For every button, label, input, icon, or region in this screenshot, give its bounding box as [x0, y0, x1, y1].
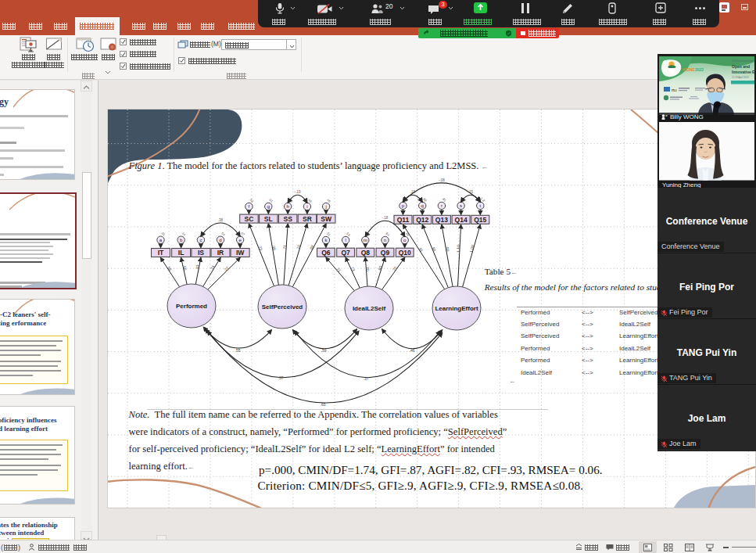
svg-text:.68: .68: [308, 244, 315, 251]
svg-text:Q7: Q7: [341, 249, 350, 257]
svg-text:.74: .74: [209, 264, 216, 271]
svg-text:SR: SR: [303, 215, 312, 223]
svg-text:SL: SL: [264, 215, 273, 223]
svg-text:.91: .91: [417, 246, 425, 253]
svg-text:Q11: Q11: [397, 216, 410, 224]
svg-text:.59: .59: [321, 348, 327, 353]
svg-text:n: n: [384, 238, 386, 242]
svg-text:.27: .27: [223, 265, 230, 272]
svg-text:SelfPerceived: SelfPerceived: [262, 303, 303, 311]
svg-text:.33: .33: [195, 264, 200, 271]
svg-text:Q10: Q10: [399, 249, 411, 257]
svg-text:IL: IL: [178, 249, 185, 257]
svg-text:IdealL2Self: IdealL2Self: [353, 305, 386, 312]
svg-text:-.08: -.08: [439, 178, 445, 182]
svg-text:.37: .37: [278, 375, 284, 380]
svg-text:d: d: [219, 238, 221, 242]
svg-text:21-23 April 2022: 21-23 April 2022: [732, 76, 749, 79]
svg-text:Q15: Q15: [474, 216, 486, 224]
svg-text:.73: .73: [257, 244, 263, 251]
svg-text:i: i: [306, 204, 307, 209]
svg-text:Q6: Q6: [321, 249, 331, 257]
svg-text:ICONE: ICONE: [683, 67, 696, 72]
svg-text:Q8: Q8: [361, 249, 371, 257]
svg-text:.65: .65: [321, 402, 326, 407]
svg-text:j: j: [324, 204, 326, 209]
svg-text:.66: .66: [182, 264, 188, 271]
svg-text:.55: .55: [235, 348, 241, 353]
svg-text:2022 International Conf: 2022 International Conf: [732, 59, 753, 63]
svg-text:IR: IR: [217, 249, 224, 257]
svg-text:q: q: [421, 203, 424, 208]
svg-text:c: c: [199, 238, 202, 242]
svg-text:.08: .08: [271, 245, 277, 251]
svg-text:m: m: [364, 238, 367, 242]
svg-text:.73: .73: [349, 265, 356, 272]
svg-text:IW: IW: [236, 249, 245, 257]
svg-text:.56: .56: [166, 264, 173, 271]
svg-text:.70: .70: [391, 265, 398, 272]
svg-text:Q12: Q12: [416, 216, 428, 224]
svg-text:-.19: -.19: [295, 190, 301, 194]
svg-text:Open and: Open and: [732, 64, 750, 69]
svg-text:LearningEffort: LearningEffort: [435, 305, 478, 312]
svg-text:1.09: 1.09: [468, 244, 475, 253]
svg-text:.91: .91: [431, 246, 437, 253]
svg-text:.37: .37: [364, 376, 369, 381]
svg-text:h: h: [287, 204, 289, 209]
svg-text:s: s: [460, 203, 462, 208]
svg-text:1.10: 1.10: [456, 245, 461, 253]
svg-text:2022: 2022: [695, 67, 704, 72]
svg-text:Performed: Performed: [176, 303, 207, 310]
svg-text:Q13: Q13: [435, 216, 448, 224]
svg-text:Q9: Q9: [381, 249, 390, 257]
svg-text:IT: IT: [158, 249, 164, 257]
svg-text:.46: .46: [410, 348, 415, 353]
svg-text:.70: .70: [365, 265, 370, 271]
svg-text:SS: SS: [284, 215, 293, 223]
svg-text:.90: .90: [445, 246, 450, 252]
svg-text:IS: IS: [198, 249, 204, 257]
svg-text:l: l: [345, 238, 346, 242]
svg-text:g: g: [267, 204, 270, 209]
svg-text:.71: .71: [335, 266, 342, 273]
svg-text:ITLI: ITLI: [672, 89, 676, 92]
svg-text:.38: .38: [218, 218, 224, 222]
svg-text:SC: SC: [244, 215, 253, 223]
svg-text:Q14: Q14: [455, 216, 468, 224]
svg-text:r: r: [441, 203, 442, 208]
svg-text:Innovative Ed: Innovative Ed: [732, 70, 754, 74]
svg-text:-.18: -.18: [382, 216, 389, 220]
svg-text:.71: .71: [282, 245, 287, 251]
svg-text:SW: SW: [321, 215, 332, 223]
